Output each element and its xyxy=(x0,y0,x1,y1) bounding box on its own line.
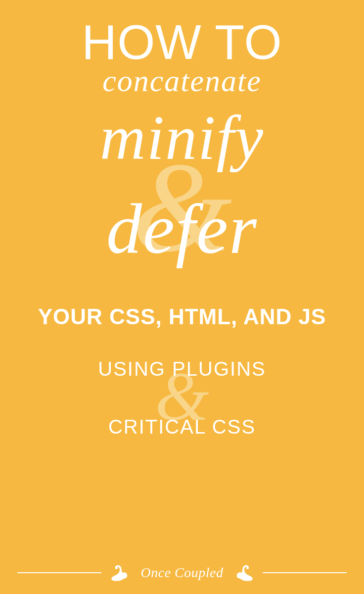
swan-icon-right xyxy=(234,562,255,583)
methods-critical-css: CRITICAL CSS xyxy=(30,416,334,438)
title-block: HOW TO concatenate & minify defer YOUR C… xyxy=(30,18,334,438)
brand-name: Once Coupled xyxy=(138,565,227,581)
swan-icon-left xyxy=(109,562,130,583)
title-minify: minify xyxy=(30,101,334,174)
methods-block: & USING PLUGINS CRITICAL CSS xyxy=(30,358,334,438)
divider-right xyxy=(263,572,347,573)
methods-plugins: USING PLUGINS xyxy=(30,358,334,380)
subtitle: YOUR CSS, HTML, AND JS xyxy=(30,304,334,329)
title-concatenate: concatenate xyxy=(30,63,334,99)
title-howto: HOW TO xyxy=(30,18,334,66)
title-defer: defer xyxy=(30,188,334,270)
promo-card: HOW TO concatenate & minify defer YOUR C… xyxy=(0,0,364,594)
footer: Once Coupled xyxy=(0,562,364,583)
divider-left xyxy=(17,572,101,573)
